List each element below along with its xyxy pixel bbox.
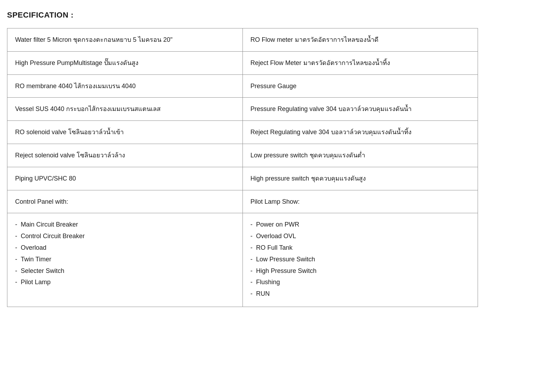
- list-item: -Power on PWR: [251, 220, 470, 230]
- table-cell-left: RO membrane 4040 ไส้กรองเมมเบรน 4040: [7, 74, 243, 98]
- list-item: -Twin Timer: [15, 254, 235, 264]
- list-item-text: Pilot Lamp: [21, 277, 51, 287]
- list-dash: -: [251, 289, 253, 299]
- list-item-text: RUN: [256, 289, 270, 299]
- table-cell-right: Reject Regulating valve 304 บอลวาล์วควบค…: [243, 121, 478, 144]
- specification-table: Water filter 5 Micron ชุดกรองตะกอนหยาบ 5…: [7, 28, 478, 307]
- page-title: SPECIFICATION :: [7, 11, 549, 20]
- list-item: -Selecter Switch: [15, 266, 235, 276]
- list-item-text: Power on PWR: [256, 220, 299, 230]
- list-item: -Overload: [15, 243, 235, 253]
- list-item-text: Overload OVL: [256, 231, 296, 241]
- list-item-text: Control Circuit Breaker: [21, 231, 85, 241]
- table-cell-right-list: -Power on PWR-Overload OVL-RO Full Tank-…: [243, 213, 478, 307]
- table-cell-left: Piping UPVC/SHC 80: [7, 167, 243, 190]
- list-item-text: High Pressure Switch: [256, 266, 317, 276]
- list-item-text: Main Circuit Breaker: [21, 220, 78, 230]
- list-item-text: Selecter Switch: [21, 266, 64, 276]
- table-cell-left: High Pressure PumpMultistage ปั๊มแรงดันส…: [7, 51, 243, 74]
- list-item: -RO Full Tank: [251, 243, 470, 253]
- table-cell-right: Pressure Gauge: [243, 74, 478, 98]
- table-row: -Main Circuit Breaker-Control Circuit Br…: [7, 213, 478, 307]
- list-dash: -: [15, 220, 17, 230]
- table-cell-left: Water filter 5 Micron ชุดกรองตะกอนหยาบ 5…: [7, 28, 243, 52]
- list-item: -Low Pressure Switch: [251, 254, 470, 264]
- list-item-text: Flushing: [256, 277, 280, 287]
- table-cell-left: Reject solenoid valve โซลินอยวาล์วล้าง: [7, 144, 243, 167]
- table-row: Water filter 5 Micron ชุดกรองตะกอนหยาบ 5…: [7, 28, 478, 52]
- table-cell-left: RO solenoid valve โซลินอยวาล์วน้ำเข้า: [7, 121, 243, 144]
- list-dash: -: [251, 220, 253, 230]
- table-cell-right: Pilot Lamp Show:: [243, 190, 478, 213]
- list-item: -RUN: [251, 289, 470, 299]
- list-dash: -: [15, 266, 17, 276]
- table-cell-left-list: -Main Circuit Breaker-Control Circuit Br…: [7, 213, 243, 307]
- table-cell-right: Low pressure switch ชุดควบคุมแรงดันต่ำ: [243, 144, 478, 167]
- list-dash: -: [251, 231, 253, 241]
- list-item-text: Low Pressure Switch: [256, 254, 315, 264]
- table-cell-right: Reject Flow Meter มาตรวัดอัตราการไหลของน…: [243, 51, 478, 74]
- list-item: -Overload OVL: [251, 231, 470, 241]
- table-row: Control Panel with:Pilot Lamp Show:: [7, 190, 478, 213]
- list-item: -Main Circuit Breaker: [15, 220, 235, 230]
- list-item: -High Pressure Switch: [251, 266, 470, 276]
- table-row: RO solenoid valve โซลินอยวาล์วน้ำเข้าRej…: [7, 121, 478, 144]
- table-cell-right: RO Flow meter มาตรวัดอัตราการไหลของน้ำดี: [243, 28, 478, 52]
- list-item-text: Overload: [21, 243, 46, 253]
- list-item: -Pilot Lamp: [15, 277, 235, 287]
- list-dash: -: [251, 277, 253, 287]
- table-cell-right: High pressure switch ชุดควบคุมแรงดันสูง: [243, 167, 478, 190]
- list-item: -Flushing: [251, 277, 470, 287]
- list-dash: -: [15, 277, 17, 287]
- table-cell-right: Pressure Regulating valve 304 บอลวาล์วคว…: [243, 98, 478, 121]
- list-dash: -: [15, 243, 17, 253]
- list-item: -Control Circuit Breaker: [15, 231, 235, 241]
- table-row: Piping UPVC/SHC 80High pressure switch ช…: [7, 167, 478, 190]
- list-item-text: RO Full Tank: [256, 243, 293, 253]
- table-row: Reject solenoid valve โซลินอยวาล์วล้างLo…: [7, 144, 478, 167]
- table-row: RO membrane 4040 ไส้กรองเมมเบรน 4040Pres…: [7, 74, 478, 98]
- table-cell-left: Vessel SUS 4040 กระบอกไส้กรองเมมเบรนสแตน…: [7, 98, 243, 121]
- list-dash: -: [15, 231, 17, 241]
- table-cell-left: Control Panel with:: [7, 190, 243, 213]
- table-row: Vessel SUS 4040 กระบอกไส้กรองเมมเบรนสแตน…: [7, 98, 478, 121]
- table-row: High Pressure PumpMultistage ปั๊มแรงดันส…: [7, 51, 478, 74]
- list-dash: -: [251, 254, 253, 264]
- list-dash: -: [251, 266, 253, 276]
- list-dash: -: [251, 243, 253, 253]
- list-dash: -: [15, 254, 17, 264]
- list-item-text: Twin Timer: [21, 254, 51, 264]
